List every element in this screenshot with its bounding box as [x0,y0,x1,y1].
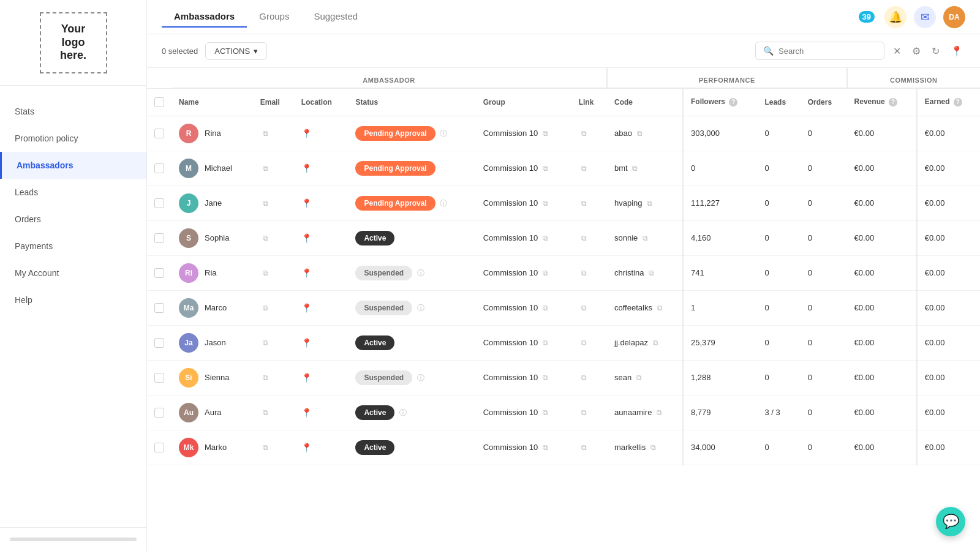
copy-email-icon[interactable]: ⧉ [263,269,268,277]
copy-code-icon[interactable]: ⧉ [657,304,663,312]
filter-icon[interactable]: ⚙ [910,43,923,59]
status-info-icon[interactable]: ⓘ [440,199,447,208]
copy-code-icon[interactable]: ⧉ [653,339,658,347]
row-checkbox[interactable] [154,129,164,138]
sidebar-item-help[interactable]: Help [0,287,146,313]
copy-link-icon[interactable]: ⧉ [581,234,587,242]
location-filter-icon[interactable]: 📍 [948,43,965,59]
avatar-button[interactable]: DA [943,6,965,28]
row-checkbox[interactable] [154,408,164,418]
tab-suggested[interactable]: Suggested [301,6,370,28]
location-pin-icon[interactable]: 📍 [301,198,312,208]
copy-email-icon[interactable]: ⧉ [263,304,268,312]
sidebar-item-my-account[interactable]: My Account [0,260,146,287]
location-pin-icon[interactable]: 📍 [301,338,312,348]
copy-group-icon[interactable]: ⧉ [543,129,548,138]
copy-link-icon[interactable]: ⧉ [581,339,587,347]
copy-code-icon[interactable]: ⧉ [636,373,642,382]
copy-email-icon[interactable]: ⧉ [263,373,268,382]
row-checkbox[interactable] [154,268,164,278]
copy-code-icon[interactable]: ⧉ [632,164,638,173]
tab-groups[interactable]: Groups [247,6,301,28]
status-info-icon[interactable]: ⓘ [417,373,424,382]
copy-code-icon[interactable]: ⧉ [647,199,652,208]
row-checkbox[interactable] [154,373,164,383]
search-input[interactable] [778,47,876,56]
revenue-help-icon[interactable]: ? [889,98,897,107]
status-info-icon[interactable]: ⓘ [417,304,424,312]
row-checkbox[interactable] [154,198,164,208]
copy-group-icon[interactable]: ⧉ [543,408,548,417]
sidebar-item-promotion-policy[interactable]: Promotion policy [0,125,146,152]
copy-email-icon[interactable]: ⧉ [263,199,268,208]
copy-code-icon[interactable]: ⧉ [649,269,654,277]
row-leads: 0 [757,151,800,186]
location-pin-icon[interactable]: 📍 [301,408,312,418]
copy-email-icon[interactable]: ⧉ [263,443,268,452]
status-info-icon[interactable]: ⓘ [399,408,407,417]
select-all-checkbox[interactable] [154,97,164,107]
mail-icon-button[interactable]: ✉ [914,6,936,28]
row-checkbox[interactable] [154,163,164,173]
table-row: Mk Marko ⧉ 📍 Active Commission 10 ⧉ ⧉ ma… [147,430,980,465]
copy-group-icon[interactable]: ⧉ [543,199,548,208]
clear-icon[interactable]: ✕ [891,43,903,59]
row-earned: €0.00 [917,186,980,220]
row-followers: 25,379 [683,325,757,360]
copy-group-icon[interactable]: ⧉ [543,304,548,312]
copy-group-icon[interactable]: ⧉ [543,339,548,347]
sidebar-item-leads[interactable]: Leads [0,179,146,206]
copy-group-icon[interactable]: ⧉ [543,373,548,382]
refresh-icon[interactable]: ↻ [929,43,942,59]
location-pin-icon[interactable]: 📍 [301,443,312,452]
status-badge: Active [355,440,394,455]
row-email: ⧉ [253,186,294,220]
followers-help-icon[interactable]: ? [729,98,737,107]
row-checkbox[interactable] [154,303,164,313]
row-checkbox[interactable] [154,233,164,243]
row-checkbox[interactable] [154,338,164,348]
sidebar-item-payments[interactable]: Payments [0,233,146,260]
row-status: Pending Approval ⓘ [348,186,475,220]
bell-icon-button[interactable]: 🔔 [884,6,907,28]
copy-group-icon[interactable]: ⧉ [543,443,548,452]
location-pin-icon[interactable]: 📍 [301,303,312,313]
tab-ambassadors[interactable]: Ambassadors [162,6,247,28]
location-pin-icon[interactable]: 📍 [301,129,312,138]
copy-code-icon[interactable]: ⧉ [657,408,662,417]
row-checkbox[interactable] [154,443,164,452]
status-info-icon[interactable]: ⓘ [440,129,447,138]
copy-group-icon[interactable]: ⧉ [543,164,548,173]
copy-link-icon[interactable]: ⧉ [581,443,587,452]
copy-link-icon[interactable]: ⧉ [581,373,587,382]
copy-link-icon[interactable]: ⧉ [581,164,587,173]
location-pin-icon[interactable]: 📍 [301,163,312,173]
chat-button[interactable]: 💬 [936,507,965,536]
copy-email-icon[interactable]: ⧉ [263,339,268,347]
status-info-icon[interactable]: ⓘ [417,269,424,277]
copy-link-icon[interactable]: ⧉ [581,199,587,208]
copy-email-icon[interactable]: ⧉ [263,234,268,242]
copy-email-icon[interactable]: ⧉ [263,408,268,417]
copy-email-icon[interactable]: ⧉ [263,129,268,138]
copy-email-icon[interactable]: ⧉ [263,164,268,173]
row-name: Ri Ria [172,255,253,290]
copy-group-icon[interactable]: ⧉ [543,269,548,277]
copy-link-icon[interactable]: ⧉ [581,304,587,312]
copy-link-icon[interactable]: ⧉ [581,408,587,417]
copy-link-icon[interactable]: ⧉ [581,269,587,277]
location-pin-icon[interactable]: 📍 [301,268,312,278]
location-pin-icon[interactable]: 📍 [301,233,312,243]
sidebar-item-stats[interactable]: Stats [0,98,146,125]
copy-group-icon[interactable]: ⧉ [543,234,548,242]
copy-link-icon[interactable]: ⧉ [581,129,587,138]
actions-button[interactable]: ACTIONS ▾ [205,42,267,60]
copy-code-icon[interactable]: ⧉ [650,443,656,452]
sidebar-item-orders[interactable]: Orders [0,206,146,233]
earned-help-icon[interactable]: ? [954,98,962,107]
sidebar-item-ambassadors[interactable]: Ambassadors [0,152,146,179]
row-location: 📍 [294,430,349,465]
copy-code-icon[interactable]: ⧉ [643,234,648,242]
location-pin-icon[interactable]: 📍 [301,373,312,383]
copy-code-icon[interactable]: ⧉ [637,129,643,138]
